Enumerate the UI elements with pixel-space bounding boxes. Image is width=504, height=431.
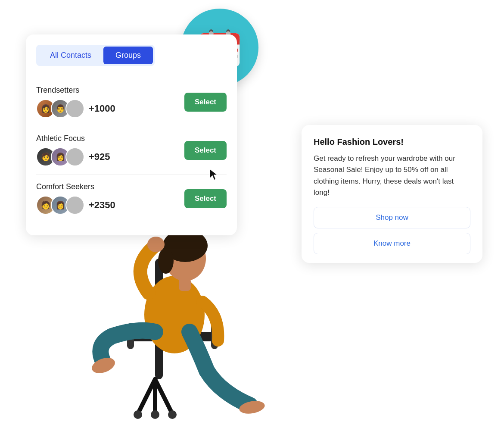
contacts-panel: All Contacts Groups Trendsetters 👩 👨 +10… <box>26 34 237 235</box>
message-body: Get ready to refresh your wardrobe with … <box>314 153 470 198</box>
svg-rect-28 <box>127 323 134 349</box>
avatar-stack-athletic: 🧑 👩 +925 <box>36 147 179 166</box>
avatar-6 <box>65 147 84 166</box>
svg-point-27 <box>151 410 159 419</box>
group-item-trendsetters: Trendsetters 👩 👨 +1000 Select <box>36 78 227 126</box>
avatar-stack-trendsetters: 👩 👨 +1000 <box>36 99 179 118</box>
avatar-3 <box>65 99 84 118</box>
group-name-trendsetters: Trendsetters <box>36 86 179 95</box>
svg-point-35 <box>90 355 117 376</box>
group-info-comfort: Comfort Seekers 🧑 👩 +2350 <box>36 182 179 215</box>
select-btn-athletic[interactable]: Select <box>184 141 227 160</box>
group-item-athletic: Athletic Focus 🧑 👩 +925 Select <box>36 126 227 175</box>
svg-point-26 <box>168 410 177 419</box>
svg-point-31 <box>165 236 206 281</box>
shop-now-button[interactable]: Shop now <box>314 207 470 228</box>
group-name-athletic: Athletic Focus <box>36 134 179 143</box>
group-name-comfort: Comfort Seekers <box>36 182 179 191</box>
avatar-stack-comfort: 🧑 👩 +2350 <box>36 196 179 215</box>
svg-rect-21 <box>129 332 215 341</box>
svg-rect-34 <box>179 278 191 291</box>
count-comfort: +2350 <box>89 200 115 211</box>
svg-point-33 <box>158 248 174 274</box>
count-athletic: +925 <box>89 151 115 162</box>
svg-point-30 <box>144 276 205 353</box>
svg-rect-20 <box>155 259 163 379</box>
group-item-comfort: Comfort Seekers 🧑 👩 +2350 Select <box>36 175 227 222</box>
group-list: Trendsetters 👩 👨 +1000 Select Athletic F… <box>36 78 227 222</box>
tab-bar: All Contacts Groups <box>36 45 155 66</box>
group-info-athletic: Athletic Focus 🧑 👩 +925 <box>36 134 179 166</box>
count-trendsetters: +1000 <box>89 103 115 114</box>
svg-rect-29 <box>211 323 218 349</box>
avatar-9 <box>65 196 84 215</box>
tab-groups[interactable]: Groups <box>103 47 153 64</box>
message-card: Hello Fashion Lovers! Get ready to refre… <box>302 125 482 263</box>
svg-point-36 <box>238 399 266 415</box>
know-more-button[interactable]: Know more <box>314 233 470 254</box>
tab-all-contacts[interactable]: All Contacts <box>38 47 103 64</box>
group-info: Trendsetters 👩 👨 +1000 <box>36 86 179 118</box>
svg-point-25 <box>134 410 142 419</box>
svg-line-22 <box>138 379 155 414</box>
svg-line-23 <box>155 379 172 414</box>
select-btn-comfort[interactable]: Select <box>184 189 227 208</box>
select-btn-trendsetters[interactable]: Select <box>184 93 227 112</box>
message-title: Hello Fashion Lovers! <box>314 137 470 147</box>
svg-point-37 <box>147 237 165 252</box>
message-actions: Shop now Know more <box>314 207 470 254</box>
